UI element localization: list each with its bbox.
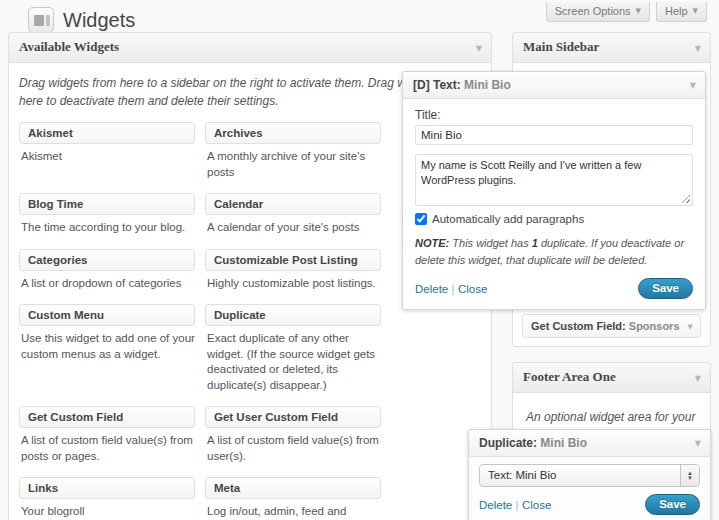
link-separator: | <box>516 499 519 511</box>
widget-card-description: Exact duplicate of any other widget. (If… <box>207 331 381 393</box>
duplicate-widget-title: Duplicate: <box>479 436 537 450</box>
widget-card: CategoriesA list or dropdown of categori… <box>19 249 195 292</box>
widget-card: CalendarA calendar of your site's posts <box>205 193 381 236</box>
title-field-label: Title: <box>415 108 693 122</box>
widget-card: Get User Custom FieldA list of custom fi… <box>205 406 381 464</box>
widget-card: LinksYour blogroll <box>19 477 195 520</box>
auto-paragraphs-row: Automatically add paragraphs <box>415 213 693 225</box>
footer-area-one-header[interactable]: Footer Area One ▼ <box>513 363 710 393</box>
widgets-icon <box>28 7 54 33</box>
widget-card-handle[interactable]: Links <box>19 477 195 499</box>
chevron-down-icon: ▼ <box>693 7 698 15</box>
stepper-down-icon: ▼ <box>687 476 693 481</box>
chevron-down-icon: ▼ <box>636 7 641 15</box>
widget-card: Customizable Post ListingHighly customiz… <box>205 249 381 292</box>
widget-card-description: A list of custom field value(s) from use… <box>207 433 381 464</box>
text-widget-title: [D] Text: <box>413 78 461 92</box>
duplicate-widget-editor: Duplicate: Mini Bio ▼ Text: Mini Bio ▲ ▼… <box>468 429 711 520</box>
main-sidebar-header[interactable]: Main Sidebar ▼ <box>513 33 710 63</box>
text-widget-footer: Delete | Close Save <box>415 278 693 299</box>
select-stepper-icon: ▲ ▼ <box>680 465 699 486</box>
help-button[interactable]: Help ▼ <box>656 2 707 22</box>
widgets-icon-screen <box>34 15 44 26</box>
select-value: Text: Mini Bio <box>480 465 680 486</box>
collapse-icon[interactable]: ▼ <box>695 43 701 52</box>
widget-card-description: A monthly archive of your site's posts <box>207 149 381 180</box>
close-link[interactable]: Close <box>522 499 551 511</box>
widget-title-input[interactable] <box>415 125 693 145</box>
save-button[interactable]: Save <box>645 494 700 515</box>
widgets-icon-sidebar <box>46 15 50 26</box>
widget-card-handle[interactable]: Akismet <box>19 122 195 144</box>
widget-card-handle[interactable]: Get Custom Field <box>19 406 195 428</box>
widget-card-description: A list of custom field value(s) from pos… <box>21 433 195 464</box>
widget-card-description: Highly customizable post listings. <box>207 276 381 292</box>
widget-text-area-wrap: My name is Scott Reilly and I've written… <box>415 154 693 209</box>
page-title: Widgets <box>63 9 135 32</box>
widget-card: ArchivesA monthly archive of your site's… <box>205 122 381 180</box>
widget-card-handle[interactable]: Archives <box>205 122 381 144</box>
widget-card-handle[interactable]: Get User Custom Field <box>205 406 381 428</box>
widget-card-description: A calendar of your site's posts <box>207 220 381 236</box>
widget-card-description: Use this widget to add one of your custo… <box>21 331 195 362</box>
widget-card-description: Akismet <box>21 149 195 165</box>
screen-options-button[interactable]: Screen Options ▼ <box>546 2 650 22</box>
duplicate-widget-footer: Delete | Close Save <box>479 494 700 515</box>
widget-card: AkismetAkismet <box>19 122 195 180</box>
widget-card: Get Custom FieldA list of custom field v… <box>19 406 195 464</box>
widget-card-handle[interactable]: Duplicate <box>205 304 381 326</box>
widget-text-area[interactable]: My name is Scott Reilly and I've written… <box>415 154 693 206</box>
footer-area-one-title: Footer Area One <box>523 369 616 384</box>
widget-card-handle[interactable]: Customizable Post Listing <box>205 249 381 271</box>
text-widget-header[interactable]: [D] Text: Mini Bio ▼ <box>403 72 705 99</box>
main-sidebar-title: Main Sidebar <box>523 39 599 54</box>
screen-meta-links: Screen Options ▼ Help ▼ <box>546 2 707 22</box>
available-widgets-header[interactable]: Available Widgets ▼ <box>9 33 491 63</box>
widget-card-handle[interactable]: Categories <box>19 249 195 271</box>
collapse-icon[interactable]: ▼ <box>695 373 701 382</box>
widget-card-handle[interactable]: Custom Menu <box>19 304 195 326</box>
widgets-admin-page: Widgets Screen Options ▼ Help ▼ Availabl… <box>0 0 719 520</box>
widget-card-description: Log in/out, admin, feed and WordPress li… <box>207 504 381 520</box>
widget-card-handle[interactable]: Blog Time <box>19 193 195 215</box>
collapse-icon[interactable]: ▼ <box>688 323 693 331</box>
widget-card: MetaLog in/out, admin, feed and WordPres… <box>205 477 381 520</box>
widget-card-description: Your blogroll <box>21 504 195 520</box>
widget-card-description: The time according to your blog. <box>21 220 195 236</box>
screen-options-label: Screen Options <box>555 5 631 17</box>
text-widget-title-suffix: Mini Bio <box>461 78 511 92</box>
help-label: Help <box>665 5 688 17</box>
widget-card-description: A list or dropdown of categories <box>21 276 195 292</box>
delete-link[interactable]: Delete <box>479 499 512 511</box>
widget-card-handle[interactable]: Meta <box>205 477 381 499</box>
text-widget-editor: [D] Text: Mini Bio ▼ Title: My name is S… <box>402 71 706 310</box>
save-button[interactable]: Save <box>638 278 693 299</box>
widget-card-handle[interactable]: Calendar <box>205 193 381 215</box>
sidebar-widget-name: Get Custom Field: <box>531 320 626 332</box>
duplicate-source-select[interactable]: Text: Mini Bio ▲ ▼ <box>479 464 700 487</box>
widget-card: Blog TimeThe time according to your blog… <box>19 193 195 236</box>
auto-paragraphs-checkbox[interactable] <box>415 213 427 225</box>
sidebar-widget-suffix: Sponsors <box>626 320 680 332</box>
note-prefix: NOTE: <box>415 237 449 249</box>
link-separator: | <box>452 283 455 295</box>
collapse-icon[interactable]: ▼ <box>690 81 696 90</box>
close-link[interactable]: Close <box>458 283 487 295</box>
duplicate-widget-header[interactable]: Duplicate: Mini Bio ▼ <box>469 430 710 457</box>
collapse-icon[interactable]: ▼ <box>695 439 701 448</box>
delete-link[interactable]: Delete <box>415 283 448 295</box>
sidebar-widget-get-custom-field[interactable]: Get Custom Field: Sponsors ▼ <box>522 314 701 338</box>
duplicate-widget-title-suffix: Mini Bio <box>537 436 587 450</box>
auto-paragraphs-label: Automatically add paragraphs <box>432 213 584 225</box>
note-part1: This widget has <box>449 237 532 249</box>
available-widgets-title: Available Widgets <box>19 39 119 54</box>
widget-card: DuplicateExact duplicate of any other wi… <box>205 304 381 393</box>
widget-card: Custom MenuUse this widget to add one of… <box>19 304 195 393</box>
collapse-icon[interactable]: ▼ <box>476 43 482 52</box>
duplicate-widget-body: Text: Mini Bio ▲ ▼ Delete | Close Save <box>469 457 710 520</box>
duplicate-note: NOTE: This widget has 1 duplicate. If yo… <box>415 235 693 268</box>
text-widget-body: Title: My name is Scott Reilly and I've … <box>403 99 705 309</box>
